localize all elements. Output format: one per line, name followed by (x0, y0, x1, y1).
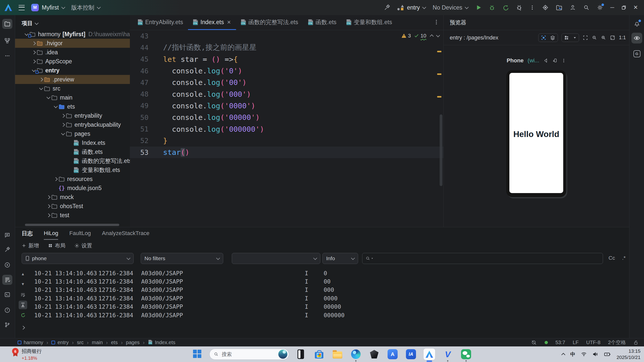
run-button[interactable] (475, 4, 482, 11)
tree-item-mock[interactable]: mock (15, 193, 130, 202)
tree-item-变量和数组.ets[interactable]: ETS变量和数组.ets (15, 165, 130, 174)
problems-tool-button[interactable] (2, 305, 12, 315)
preview-mode-dropdown-icon[interactable] (573, 36, 577, 39)
log-level-dropdown[interactable]: Info (322, 253, 358, 264)
chevron-right-icon[interactable] (46, 195, 50, 199)
tree-item-函数.ets[interactable]: ETS函数.ets (15, 147, 130, 156)
horizontal-scrollbar[interactable] (25, 224, 119, 226)
deveco-studio-app-icon[interactable] (424, 348, 435, 360)
build-tool-button[interactable] (2, 245, 12, 255)
log-tab-HiLog[interactable]: HiLog (44, 227, 58, 240)
tree-item-.preview[interactable]: .preview (15, 75, 130, 84)
log-rows[interactable]: 10-21 13:14:10.46312716-2384A03d00/JSAPP… (15, 269, 626, 319)
attach-debugger-icon[interactable] (516, 4, 522, 11)
tree-item-entry[interactable]: entry (15, 66, 130, 75)
breadcrumb-entry[interactable]: entry (51, 340, 68, 345)
close-tab-icon[interactable]: ✕ (227, 19, 231, 25)
log-tab-FaultLog[interactable]: FaultLog (69, 227, 91, 240)
tree-item-ets[interactable]: ets (15, 102, 130, 111)
structure-tool-button[interactable] (2, 36, 12, 46)
tray-clock[interactable]: 13:15 2025/10/21 (617, 348, 640, 360)
minimize-button[interactable]: ─ (610, 4, 614, 11)
highlighting-off-icon[interactable] (531, 340, 537, 346)
next-issue-icon[interactable] (436, 33, 440, 37)
log-row[interactable]: 10-21 13:14:10.46312716-2384A03d00/JSAPP… (15, 286, 626, 294)
chevron-right-icon[interactable] (32, 50, 36, 54)
chevron-down-icon[interactable] (46, 95, 50, 99)
frame-bounds-icon[interactable] (583, 35, 588, 40)
layers-icon[interactable] (550, 35, 555, 40)
code-area[interactable]: 4344//指针函数,接之前的画星星45let star = () =>{46 … (130, 30, 443, 227)
code-line-48[interactable]: 48 console.log('000') (130, 88, 443, 100)
rotate-device-icon[interactable] (552, 58, 557, 63)
restore-button[interactable] (621, 5, 626, 10)
tab-变量和数组.ets[interactable]: ETS变量和数组.ets (342, 15, 397, 30)
tree-item-src[interactable]: src (15, 84, 130, 93)
tree-item-函数的完整写法.ets[interactable]: ETS函数的完整写法.ets (15, 156, 130, 165)
line-ending[interactable]: LF (573, 340, 579, 345)
tab-options-icon[interactable] (433, 19, 439, 25)
chevron-right-icon[interactable] (39, 77, 43, 81)
close-button[interactable]: ✕ (633, 4, 638, 11)
phone-link-app-icon[interactable] (295, 348, 307, 360)
log-row[interactable]: 10-21 13:14:10.46312716-2384A03d00/JSAPP… (15, 303, 626, 311)
chevron-down-icon[interactable] (32, 68, 36, 72)
back-icon[interactable] (543, 58, 548, 63)
settings-gear-icon[interactable] (597, 4, 603, 11)
wechat-app-icon[interactable] (460, 348, 472, 360)
log-tab-AnalyzeStackTrace[interactable]: AnalyzeStackTrace (102, 227, 149, 240)
tree-item-AppScope[interactable]: AppScope (15, 57, 130, 66)
indent-setting[interactable]: 2个空格 (608, 339, 626, 346)
microsoft-store-app-icon[interactable] (313, 348, 325, 360)
prev-issue-icon[interactable] (430, 34, 434, 38)
debug-button[interactable] (489, 4, 495, 11)
device-manager-icon[interactable] (542, 4, 549, 11)
inspect-component-icon[interactable] (541, 35, 546, 40)
project-panel-header[interactable]: 项目 (15, 15, 130, 30)
tree-item-.idea[interactable]: .idea (15, 48, 130, 57)
code-line-46[interactable]: 46 console.log('0') (130, 65, 443, 77)
feedback-tool-button[interactable] (2, 230, 12, 240)
log-add-button[interactable]: 新增 (22, 242, 39, 249)
expand-icon[interactable] (19, 323, 27, 332)
code-line-47[interactable]: 47 console.log('00') (130, 77, 443, 88)
chevron-right-icon[interactable] (54, 177, 58, 181)
tree-item-entrybackupability[interactable]: entrybackupability (15, 120, 130, 129)
log-row[interactable]: 10-21 13:14:10.46312716-2384A03d00/JSAPP… (15, 294, 626, 302)
inspections-widget[interactable]: 3 10 (401, 33, 439, 39)
log-search-input[interactable] (362, 253, 603, 264)
preview-device-name[interactable]: Phone (507, 57, 523, 64)
ime-indicator[interactable]: 中 (570, 351, 575, 358)
chevron-down-icon[interactable] (24, 32, 28, 36)
tree-item-module.json5[interactable]: {}module.json5 (15, 184, 130, 193)
code-line-51[interactable]: 51 console.log('000000') (130, 123, 443, 135)
zoom-in-icon[interactable] (601, 35, 606, 40)
breadcrumb-ets[interactable]: ets (111, 340, 118, 345)
status-green-dot[interactable] (545, 341, 548, 344)
tree-item-resources[interactable]: resources (15, 174, 130, 184)
search-highlight-image[interactable] (278, 350, 287, 359)
version-control-tool-button[interactable] (2, 320, 12, 330)
match-case-toggle[interactable]: Cc (609, 255, 615, 261)
warning-stripe-mark[interactable] (437, 51, 441, 52)
zoom-ratio-label[interactable]: 1:1 (619, 35, 626, 40)
project-selector[interactable]: M Myfirst (31, 4, 65, 11)
regex-toggle[interactable]: .* (622, 255, 626, 261)
volume-icon[interactable] (592, 351, 598, 357)
chevron-down-icon[interactable] (61, 131, 65, 135)
chevron-right-icon[interactable] (61, 123, 65, 127)
editor-scrollbar[interactable] (440, 114, 442, 186)
project-tool-button[interactable] (2, 19, 12, 29)
version-control-menu[interactable]: 版本控制 (71, 4, 100, 12)
ai-assistant-button[interactable]: G (631, 48, 642, 59)
chevron-right-icon[interactable] (32, 41, 36, 45)
code-line-53[interactable]: 53star() (130, 147, 443, 158)
breadcrumb-harmony[interactable]: harmony (18, 340, 43, 345)
code-line-50[interactable]: 50 console.log('00000') (130, 112, 443, 123)
tree-item-entryability[interactable]: entryability (15, 111, 130, 120)
build-hammer-icon[interactable] (384, 4, 390, 11)
tree-item-main[interactable]: main (15, 93, 130, 102)
tree-item-pages[interactable]: pages (15, 129, 130, 138)
preview-more-icon[interactable] (561, 58, 566, 63)
unlock-icon[interactable] (633, 340, 638, 345)
